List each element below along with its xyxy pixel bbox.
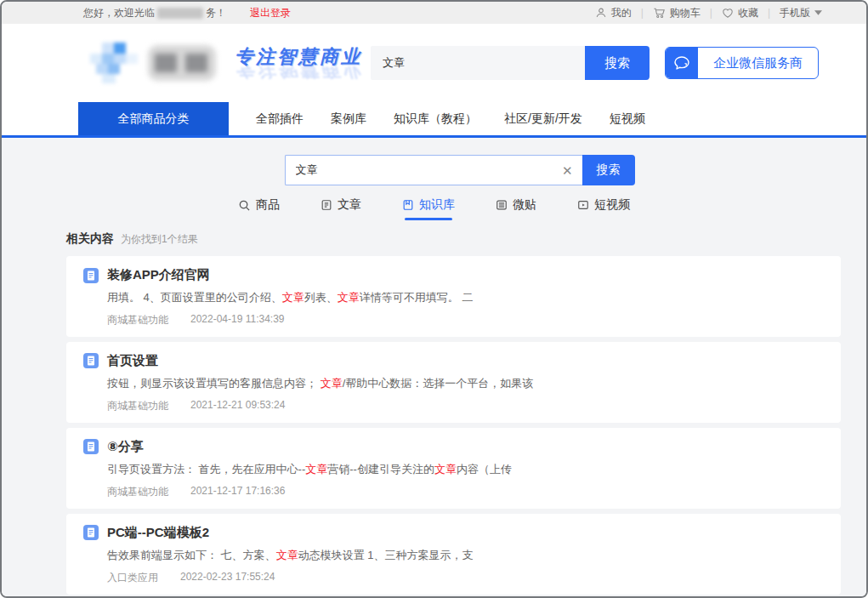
tab-商品[interactable]: 商品 bbox=[238, 197, 280, 220]
result-time: 2021-12-21 09:53:24 bbox=[190, 399, 285, 413]
topbar-link-label: 购物车 bbox=[670, 6, 701, 20]
topbar-link-收藏[interactable]: 收藏 bbox=[722, 6, 758, 20]
snippet-text: /帮助中心数据：选择一个平台，如果该 bbox=[343, 377, 534, 390]
blurred-logo-name bbox=[148, 45, 216, 81]
result-category: 商城基础功能 bbox=[107, 313, 168, 327]
slogan-reflection: 专注智慧商业 bbox=[235, 66, 362, 79]
result-title-row: 装修APP介绍官网 bbox=[83, 267, 824, 283]
snippet-text: 列表、 bbox=[304, 291, 338, 304]
snippet-text: 用填。 4、页面设置里的公司介绍、 bbox=[107, 291, 282, 304]
result-meta: 商城基础功能2021-12-21 09:53:24 bbox=[107, 399, 824, 413]
result-card[interactable]: ⑧分享引导页设置方法： 首先，先在应用中心--文章营销--创建引导关注的文章内容… bbox=[66, 428, 841, 509]
user-icon bbox=[595, 7, 607, 19]
divider: | bbox=[641, 7, 644, 19]
greeting-suffix: 务！ bbox=[206, 6, 226, 20]
result-meta: 商城基础功能2022-04-19 11:34:39 bbox=[107, 313, 824, 327]
logo-mark-icon bbox=[90, 41, 138, 85]
search-button[interactable]: 搜索 bbox=[582, 155, 635, 185]
results-header: 相关内容 为你找到1个结果 bbox=[66, 231, 841, 247]
search-icon bbox=[238, 199, 251, 212]
result-category: 入口类应用 bbox=[107, 571, 158, 585]
result-snippet: 用填。 4、页面设置里的公司介绍、文章列表、文章详情等可不用填写。 二 bbox=[107, 291, 824, 305]
result-time: 2021-12-17 17:16:36 bbox=[190, 485, 285, 499]
tab-短视频[interactable]: 短视频 bbox=[577, 197, 630, 220]
tab-label: 文章 bbox=[338, 197, 361, 213]
document-icon bbox=[83, 268, 99, 283]
cart-icon bbox=[653, 7, 666, 19]
result-title-row: 首页设置 bbox=[83, 353, 824, 369]
greeting-prefix: 您好，欢迎光临 bbox=[83, 6, 155, 20]
knowledge-icon bbox=[402, 199, 414, 211]
all-categories-button[interactable]: 全部商品分类 bbox=[78, 102, 229, 135]
topbar-link-label: 手机版 bbox=[780, 6, 810, 20]
content-area: ✕ 搜索 商品文章知识库微贴短视频 相关内容 为你找到1个结果 装修APP介绍官… bbox=[2, 138, 866, 596]
result-card[interactable]: 首页设置按钮，则显示该设置填写的客服信息内容； 文章/帮助中心数据：选择一个平台… bbox=[66, 342, 841, 423]
search-input-wrap: ✕ bbox=[285, 155, 582, 185]
topbar-link-购物车[interactable]: 购物车 bbox=[653, 6, 701, 20]
results-section: 相关内容 为你找到1个结果 装修APP介绍官网用填。 4、页面设置里的公司介绍、… bbox=[2, 220, 866, 596]
result-title-row: ⑧分享 bbox=[83, 439, 824, 455]
browser-page: 您好，欢迎光临务！ 退出登录 我的|购物车|收藏|手机版 专注智慧商业 专注智慧… bbox=[0, 0, 868, 598]
result-meta: 入口类应用2022-02-23 17:55:24 bbox=[107, 571, 824, 585]
nav-links: 全部插件案例库知识库（教程）社区/更新/开发短视频 bbox=[256, 102, 645, 135]
post-icon bbox=[496, 199, 508, 211]
logo-slogan: 专注智慧商业 专注智慧商业 bbox=[235, 48, 362, 79]
result-title[interactable]: 装修APP介绍官网 bbox=[107, 267, 210, 283]
result-snippet: 引导页设置方法： 首先，先在应用中心--文章营销--创建引导关注的文章内容（上传 bbox=[107, 463, 824, 477]
header-search: 搜索 bbox=[371, 46, 650, 80]
clear-search-icon[interactable]: ✕ bbox=[562, 164, 573, 177]
nav-item[interactable]: 短视频 bbox=[610, 111, 645, 127]
results-count: 为你找到1个结果 bbox=[121, 232, 198, 247]
topbar-links: 我的|购物车|收藏|手机版 bbox=[595, 6, 822, 20]
snippet-text: 按钮，则显示该设置填写的客服信息内容； bbox=[107, 377, 321, 390]
snippet-text: 营销--创建引导关注的 bbox=[327, 463, 434, 476]
snippet-keyword-highlight: 文章 bbox=[305, 463, 327, 476]
header-search-button[interactable]: 搜索 bbox=[585, 46, 650, 80]
tab-知识库[interactable]: 知识库 bbox=[402, 197, 455, 220]
document-icon bbox=[83, 525, 99, 540]
nav-item[interactable]: 知识库（教程） bbox=[394, 111, 477, 127]
caret-down-icon bbox=[814, 10, 822, 15]
wechat-service-label: 企业微信服务商 bbox=[698, 55, 818, 71]
search-section: ✕ 搜索 bbox=[27, 138, 866, 185]
nav-item[interactable]: 案例库 bbox=[331, 111, 366, 127]
topbar-link-label: 收藏 bbox=[738, 6, 758, 20]
topbar-greeting: 您好，欢迎光临务！ 退出登录 bbox=[83, 6, 291, 20]
header-search-input[interactable] bbox=[371, 46, 585, 80]
snippet-text: 内容（上传 bbox=[457, 463, 512, 476]
divider: | bbox=[768, 7, 770, 19]
snippet-text: 引导页设置方法： 首先，先在应用中心-- bbox=[107, 463, 305, 476]
tab-文章[interactable]: 文章 bbox=[321, 197, 361, 220]
result-card[interactable]: PC端--PC端模板2告效果前端显示如下： 七、方案、文章动态模块设置 1、三种… bbox=[66, 514, 841, 595]
tab-label: 商品 bbox=[256, 197, 280, 213]
result-list: 装修APP介绍官网用填。 4、页面设置里的公司介绍、文章列表、文章详情等可不用填… bbox=[66, 256, 841, 596]
snippet-keyword-highlight: 文章 bbox=[338, 291, 360, 304]
logout-link[interactable]: 退出登录 bbox=[250, 6, 291, 20]
result-title[interactable]: 首页设置 bbox=[107, 353, 158, 369]
result-type-tabs: 商品文章知识库微贴短视频 bbox=[2, 197, 866, 220]
result-title-row: PC端--PC端模板2 bbox=[83, 525, 824, 541]
document-icon bbox=[83, 439, 99, 454]
main-nav: 全部商品分类 全部插件案例库知识库（教程）社区/更新/开发短视频 bbox=[2, 102, 866, 138]
nav-item[interactable]: 社区/更新/开发 bbox=[504, 111, 582, 127]
search-input[interactable] bbox=[286, 156, 582, 185]
wechat-service-button[interactable]: 企业微信服务商 bbox=[665, 47, 819, 79]
tab-微贴[interactable]: 微贴 bbox=[496, 197, 536, 220]
site-logo[interactable]: 专注智慧商业 专注智慧商业 bbox=[90, 41, 362, 85]
result-time: 2022-02-23 17:55:24 bbox=[180, 571, 275, 585]
header: 专注智慧商业 专注智慧商业 搜索 企业微信服务商 bbox=[2, 24, 866, 102]
tab-label: 微贴 bbox=[513, 197, 536, 213]
slogan-text: 专注智慧商业 bbox=[235, 46, 362, 67]
result-title[interactable]: PC端--PC端模板2 bbox=[107, 525, 209, 541]
topbar-link-我的[interactable]: 我的 bbox=[595, 6, 632, 20]
result-time: 2022-04-19 11:34:39 bbox=[190, 313, 285, 327]
video-icon bbox=[577, 199, 589, 211]
result-category: 商城基础功能 bbox=[107, 399, 168, 413]
tab-label: 短视频 bbox=[594, 197, 630, 213]
nav-item[interactable]: 全部插件 bbox=[256, 111, 304, 127]
snippet-keyword-highlight: 文章 bbox=[434, 463, 457, 476]
topbar-link-手机版[interactable]: 手机版 bbox=[780, 6, 822, 20]
snippet-keyword-highlight: 文章 bbox=[321, 377, 343, 390]
result-title[interactable]: ⑧分享 bbox=[107, 439, 144, 455]
result-card[interactable]: 装修APP介绍官网用填。 4、页面设置里的公司介绍、文章列表、文章详情等可不用填… bbox=[66, 256, 841, 337]
